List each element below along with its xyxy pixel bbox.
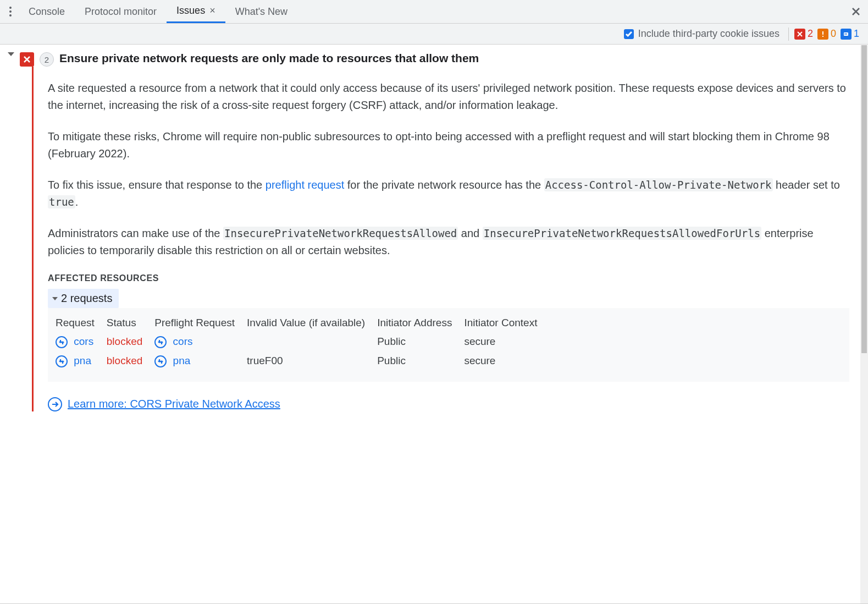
tab-label: Issues: [176, 5, 205, 17]
issues-filter-bar: Include third-party cookie issues 2 0 1: [0, 24, 868, 45]
requests-summary-toggle[interactable]: 2 requests: [48, 289, 119, 308]
cell-initiator-context: secure: [464, 352, 549, 371]
preflight-link[interactable]: pna: [173, 355, 191, 366]
cell-invalid-value: trueF00: [247, 352, 377, 371]
disclosure-triangle-icon[interactable]: [8, 56, 14, 63]
col-invalid: Invalid Value (if available): [247, 314, 377, 332]
issue-paragraph: To mitigate these risks, Chrome will req…: [48, 128, 849, 162]
network-request-icon: [56, 355, 68, 367]
code-snippet: InsecurePrivateNetworkRequestsAllowed: [223, 227, 458, 240]
severity-counters: 2 0 1: [794, 28, 859, 40]
tab-label: What's New: [235, 6, 288, 18]
error-icon: [794, 29, 805, 40]
code-snippet: Access-Control-Allow-Private-Network: [544, 178, 773, 191]
code-snippet: true: [48, 195, 75, 208]
devtools-topbar: Console Protocol monitor Issues × What's…: [0, 0, 868, 24]
issue-count-badge: 2: [40, 52, 54, 67]
issue-paragraph: To fix this issue, ensure that response …: [48, 177, 849, 211]
vertical-scrollbar[interactable]: [860, 45, 868, 604]
status-blocked[interactable]: blocked: [107, 336, 143, 347]
warning-count-value: 0: [831, 28, 836, 40]
preflight-request-link[interactable]: preflight request: [266, 179, 344, 191]
col-request: Request: [56, 314, 107, 332]
cell-invalid-value: [247, 332, 377, 352]
tab-protocol-monitor[interactable]: Protocol monitor: [75, 0, 167, 23]
col-initiator-address: Initiator Address: [377, 314, 464, 332]
network-request-icon: [154, 355, 167, 367]
col-preflight: Preflight Request: [154, 314, 247, 332]
svg-rect-6: [844, 34, 847, 35]
status-blocked[interactable]: blocked: [107, 355, 143, 366]
issues-panel: 2 Ensure private network requests are on…: [0, 45, 868, 604]
issue-paragraph: Administrators can make use of the Insec…: [48, 225, 849, 259]
issue-title: Ensure private network requests are only…: [59, 52, 479, 65]
checkbox-checked-icon[interactable]: [624, 29, 634, 39]
scrollbar-thumb[interactable]: [861, 45, 867, 353]
svg-rect-4: [822, 36, 823, 37]
requests-table: Request Status Preflight Request Invalid…: [48, 308, 849, 382]
col-status: Status: [107, 314, 155, 332]
request-link[interactable]: cors: [74, 336, 93, 347]
warning-count[interactable]: 0: [817, 28, 836, 40]
drawer-tabbar: Console Protocol monitor Issues × What's…: [19, 0, 846, 23]
tab-whats-new[interactable]: What's New: [225, 0, 297, 23]
info-icon: [841, 29, 852, 40]
info-count[interactable]: 1: [841, 28, 859, 40]
svg-point-2: [9, 14, 12, 17]
warning-icon: [817, 29, 828, 40]
issue-paragraph: A site requested a resource from a netwo…: [48, 80, 849, 114]
affected-resources-label: AFFECTED RESOURCES: [48, 273, 849, 283]
tab-label: Console: [29, 6, 65, 18]
cell-initiator-address: Public: [377, 352, 464, 371]
svg-point-0: [9, 7, 12, 9]
preflight-link[interactable]: cors: [173, 336, 193, 347]
learn-more-row: Learn more: CORS Private Network Access: [48, 397, 849, 411]
col-initiator-context: Initiator Context: [464, 314, 549, 332]
more-tools-button[interactable]: [2, 3, 19, 20]
error-icon: [20, 52, 34, 67]
info-count-value: 1: [854, 28, 859, 40]
svg-point-1: [9, 10, 12, 13]
cell-initiator-context: secure: [464, 332, 549, 352]
learn-more-link[interactable]: Learn more: CORS Private Network Access: [68, 398, 280, 410]
issue-header[interactable]: 2 Ensure private network requests are on…: [8, 51, 860, 67]
tab-issues[interactable]: Issues ×: [167, 0, 225, 23]
code-snippet: InsecurePrivateNetworkRequestsAllowedFor…: [483, 227, 761, 240]
close-icon[interactable]: ×: [209, 5, 215, 17]
filter-label: Include third-party cookie issues: [638, 28, 779, 40]
issues-scroll[interactable]: 2 Ensure private network requests are on…: [0, 45, 860, 604]
svg-rect-3: [822, 31, 823, 35]
request-link[interactable]: pna: [74, 355, 91, 366]
network-request-icon: [154, 336, 167, 348]
tab-console[interactable]: Console: [19, 0, 75, 23]
close-drawer-button[interactable]: [846, 2, 866, 21]
table-header-row: Request Status Preflight Request Invalid…: [56, 314, 549, 332]
tab-label: Protocol monitor: [85, 6, 157, 18]
disclosure-triangle-icon: [52, 297, 58, 300]
table-row: cors blocked cors Public secure: [56, 332, 549, 352]
third-party-cookie-filter[interactable]: Include third-party cookie issues: [624, 28, 779, 40]
table-row: pna blocked pna trueF00 Public secure: [56, 352, 549, 371]
divider: [788, 28, 789, 41]
issue-body: A site requested a resource from a netwo…: [32, 67, 860, 411]
arrow-right-circle-icon: [48, 397, 62, 411]
error-count[interactable]: 2: [794, 28, 813, 40]
requests-summary-text: 2 requests: [61, 292, 112, 305]
cell-initiator-address: Public: [377, 332, 464, 352]
network-request-icon: [56, 336, 68, 348]
error-count-value: 2: [808, 28, 813, 40]
